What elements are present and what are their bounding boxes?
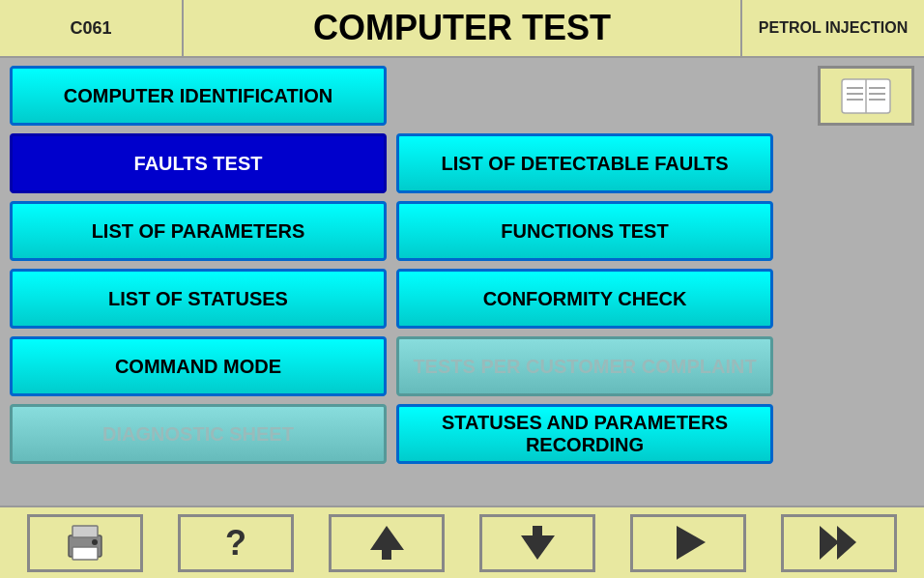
- svg-marker-18: [837, 526, 856, 560]
- conformity-check-button[interactable]: CONFORMITY CHECK: [396, 269, 773, 329]
- header-code: C061: [0, 0, 184, 56]
- book-icon-button[interactable]: [818, 66, 914, 126]
- list-of-parameters-button[interactable]: LIST OF PARAMETERS: [10, 201, 387, 261]
- list-of-statuses-button[interactable]: LIST OF STATUSES: [10, 269, 387, 329]
- functions-test-button[interactable]: FUNCTIONS TEST: [396, 201, 773, 261]
- sixth-row: DIAGNOSTIC SHEET STATUSES AND PARAMETERS…: [10, 404, 914, 464]
- list-of-detectable-faults-button[interactable]: LIST OF DETECTABLE FAULTS: [396, 133, 773, 193]
- svg-point-11: [92, 539, 98, 545]
- svg-marker-14: [521, 535, 555, 560]
- svg-rect-15: [533, 526, 542, 535]
- svg-rect-9: [72, 526, 98, 537]
- second-row: FAULTS TEST LIST OF DETECTABLE FAULTS: [10, 133, 914, 193]
- down-button[interactable]: [479, 514, 595, 572]
- svg-marker-17: [820, 526, 839, 560]
- fast-forward-icon: [815, 521, 863, 564]
- fourth-row: LIST OF STATUSES CONFORMITY CHECK: [10, 269, 914, 329]
- diagnostic-sheet-button: DIAGNOSTIC SHEET: [10, 404, 387, 464]
- forward-icon: [667, 521, 710, 564]
- footer-toolbar: ?: [0, 506, 924, 578]
- print-button[interactable]: [27, 514, 143, 572]
- up-button[interactable]: [329, 514, 445, 572]
- help-button[interactable]: ?: [178, 514, 294, 572]
- statuses-and-parameters-recording-button[interactable]: STATUSES AND PARAMETERS RECORDING: [396, 404, 773, 464]
- computer-identification-button[interactable]: COMPUTER IDENTIFICATION: [10, 66, 387, 126]
- svg-rect-10: [72, 547, 98, 560]
- content-area: COMPUTER IDENTIFICATION FAULTS TEST LIST…: [0, 58, 924, 472]
- svg-marker-16: [677, 526, 706, 560]
- book-icon: [837, 74, 895, 118]
- first-row: COMPUTER IDENTIFICATION: [10, 66, 914, 126]
- tests-per-customer-complaint-button: TESTS PER CUSTOMER COMPLAINT: [396, 336, 773, 396]
- down-icon: [516, 521, 560, 564]
- print-icon: [61, 521, 109, 564]
- forward-button[interactable]: [630, 514, 746, 572]
- faults-test-button[interactable]: FAULTS TEST: [10, 133, 387, 193]
- header-title: COMPUTER TEST: [184, 0, 740, 56]
- fifth-row: COMMAND MODE TESTS PER CUSTOMER COMPLAIN…: [10, 336, 914, 396]
- header: C061 COMPUTER TEST PETROL INJECTION: [0, 0, 924, 58]
- svg-rect-13: [382, 550, 391, 560]
- help-icon: ?: [225, 523, 246, 564]
- command-mode-button[interactable]: COMMAND MODE: [10, 336, 387, 396]
- header-subtitle: PETROL INJECTION: [740, 0, 924, 56]
- up-icon: [365, 521, 409, 564]
- svg-marker-12: [370, 526, 404, 550]
- third-row: LIST OF PARAMETERS FUNCTIONS TEST: [10, 201, 914, 261]
- fast-forward-button[interactable]: [781, 514, 897, 572]
